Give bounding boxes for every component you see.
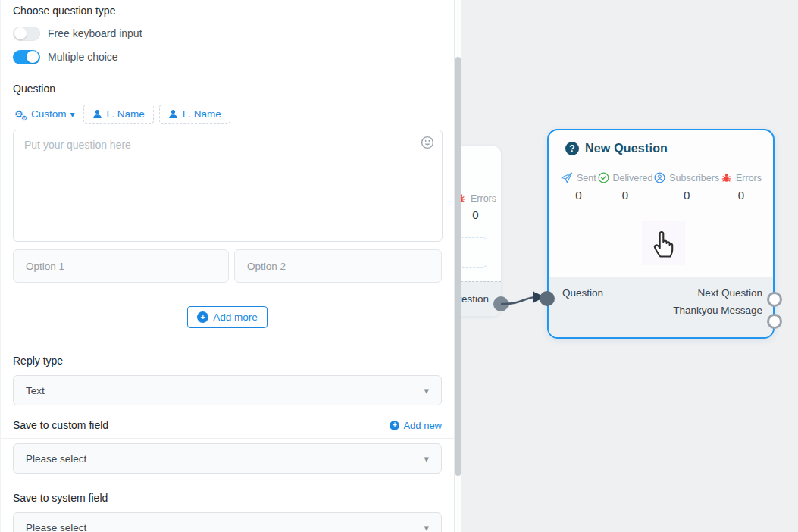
- partial-output-label: uestion: [461, 293, 489, 305]
- person-icon: [92, 109, 102, 119]
- flow-builder-app: Choose question type Free keyboard input…: [0, 0, 798, 532]
- chevron-down-icon: [70, 108, 75, 120]
- node-title: New Question: [585, 142, 668, 155]
- stat-value: 0: [738, 189, 744, 202]
- free-keyboard-label: Free keyboard input: [48, 27, 142, 39]
- add-more-label: Add more: [213, 311, 258, 323]
- system-field-heading: Save to system field: [13, 490, 442, 505]
- node-footer: Question Next Question Thankyou Message: [549, 277, 773, 337]
- chevron-down-icon: [424, 452, 429, 465]
- subscribers-icon: [654, 172, 665, 183]
- gears-icon: [14, 108, 27, 120]
- custom-field-heading: Save to custom field: [13, 418, 108, 433]
- send-icon: [561, 172, 573, 183]
- option-1-input[interactable]: [13, 249, 229, 283]
- token-chip-lname[interactable]: L. Name: [159, 105, 230, 124]
- merge-token-row: Custom F. Name L. Name: [13, 104, 442, 124]
- flow-canvas[interactable]: Errors 0 uestion New Question: [461, 0, 798, 532]
- plus-circle-icon: [390, 421, 399, 430]
- cursor-highlight: [642, 221, 685, 265]
- partial-node-output-port[interactable]: [493, 296, 509, 311]
- check-circle-icon: [598, 172, 609, 183]
- stat-value: 0: [684, 189, 690, 202]
- custom-field-header-row: Save to custom field Add new: [1, 418, 454, 439]
- option-2-input[interactable]: [234, 249, 442, 283]
- node-stats-row: Sent 0 Delivered 0: [549, 172, 773, 202]
- reply-type-heading: Reply type: [13, 353, 442, 368]
- input-port-label: Question: [562, 287, 603, 299]
- question-type-toggles: Free keyboard input Multiple choice: [13, 26, 442, 64]
- stat-errors: Errors 0: [721, 172, 762, 202]
- reply-type-value: Text: [26, 385, 45, 396]
- node-header: New Question: [549, 130, 773, 155]
- panel-scrollbar-thumb[interactable]: [455, 57, 461, 476]
- custom-token-label: Custom: [31, 108, 67, 120]
- stat-value: 0: [622, 189, 628, 202]
- custom-field-value: Please select: [26, 453, 86, 465]
- add-more-button[interactable]: Add more: [187, 306, 268, 328]
- output-port-label: Next Question: [697, 287, 762, 299]
- add-more-row: Add more: [13, 306, 442, 328]
- choose-question-type-heading: Choose question type: [13, 3, 442, 18]
- chevron-down-icon: [424, 384, 429, 396]
- answer-options-row: [13, 249, 442, 283]
- stat-label: Subscribers: [669, 173, 719, 183]
- plus-circle-icon: [197, 311, 208, 323]
- stat-value: 0: [575, 189, 581, 202]
- hand-cursor-icon: [651, 227, 677, 259]
- stat-delivered: Delivered 0: [598, 172, 653, 202]
- add-new-custom-field-link[interactable]: Add new: [390, 420, 442, 431]
- stat-sent: Sent 0: [561, 172, 596, 202]
- stat-label: Errors: [736, 173, 762, 183]
- toggle-row-multiple-choice: Multiple choice: [13, 49, 442, 64]
- stat-label: Sent: [577, 173, 596, 183]
- custom-field-select[interactable]: Please select: [13, 443, 442, 474]
- stat-label: Errors: [471, 193, 496, 204]
- panel-scrollbar-track: [455, 0, 461, 532]
- partial-node-errors-stat: Errors 0: [461, 192, 496, 221]
- token-label: L. Name: [183, 108, 221, 120]
- next-question-output-port[interactable]: [767, 292, 782, 307]
- custom-token-dropdown[interactable]: Custom: [13, 107, 78, 122]
- question-heading: Question: [13, 81, 442, 96]
- stat-label: Delivered: [613, 173, 653, 183]
- partial-node-option-box: [461, 237, 487, 268]
- partial-node[interactable]: Errors 0 uestion: [461, 146, 501, 316]
- free-keyboard-toggle[interactable]: [13, 27, 40, 41]
- thankyou-message-output-port[interactable]: [767, 314, 782, 329]
- question-mark-icon: [565, 142, 579, 155]
- question-textarea-wrap: [13, 130, 442, 244]
- emoji-icon[interactable]: [421, 136, 434, 149]
- new-question-node[interactable]: New Question Sent 0: [547, 129, 775, 339]
- system-field-value: Please select: [26, 522, 86, 532]
- add-new-label: Add new: [403, 420, 442, 431]
- token-chip-fname[interactable]: F. Name: [83, 105, 154, 124]
- bug-icon: [461, 192, 466, 204]
- multiple-choice-toggle[interactable]: [13, 50, 40, 64]
- node-input-port[interactable]: [540, 291, 555, 306]
- token-label: F. Name: [107, 108, 145, 120]
- stat-subscribers: Subscribers 0: [654, 172, 719, 202]
- multiple-choice-label: Multiple choice: [48, 51, 118, 63]
- bug-icon: [721, 172, 732, 183]
- stat-value: 0: [472, 208, 478, 221]
- toggle-knob: [14, 27, 27, 39]
- toggle-row-free-keyboard: Free keyboard input: [13, 26, 442, 41]
- person-icon: [168, 109, 178, 119]
- question-textarea[interactable]: [13, 130, 443, 242]
- output-port-label: Thankyou Message: [673, 305, 762, 316]
- chevron-down-icon: [424, 521, 429, 532]
- question-config-panel: Choose question type Free keyboard input…: [0, 0, 455, 532]
- system-field-select[interactable]: Please select: [13, 512, 442, 532]
- toggle-knob: [27, 51, 39, 63]
- reply-type-select[interactable]: Text: [13, 375, 442, 405]
